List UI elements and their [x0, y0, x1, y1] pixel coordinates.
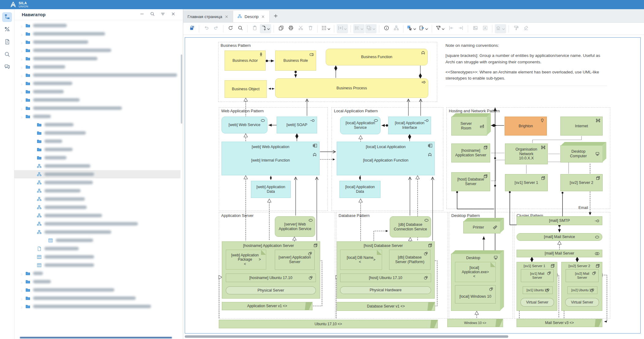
sv1-virtual-server[interactable]: Virtual Server — [521, 298, 554, 307]
database-server-v1[interactable]: Database Server v1 <> — [337, 302, 435, 311]
mag-button[interactable] — [236, 24, 245, 33]
hostname-ubuntu[interactable]: [hostname] Ubuntu 17.10 — [226, 274, 316, 282]
nav-tree-item[interactable] — [14, 178, 180, 187]
server-room[interactable]: Server Room — [451, 117, 487, 136]
nav-tree-item[interactable] — [14, 286, 180, 294]
nav-tree-item[interactable] — [14, 195, 180, 203]
local-application-exe[interactable]: [local] Application.exe <> — [455, 262, 496, 282]
business-process[interactable]: Business Process — [275, 78, 428, 98]
nav-tree-item[interactable] — [14, 88, 180, 96]
nav-tree-item[interactable] — [14, 54, 180, 63]
sv1-mail-server[interactable]: [sv1] Mail Server — [521, 269, 554, 282]
rail-document-info-button[interactable] — [2, 37, 12, 47]
business-object[interactable]: Business Object — [225, 80, 267, 98]
nav-tree-item[interactable] — [14, 63, 180, 71]
web-web-service[interactable]: [web] Web Service — [222, 117, 267, 133]
nav-tree-item[interactable] — [14, 294, 180, 302]
lock-button[interactable] — [187, 24, 196, 33]
nav-tree-item[interactable] — [14, 71, 180, 79]
nav-tree-item[interactable] — [14, 162, 180, 170]
rail-navigator-tree-button[interactable] — [2, 12, 12, 22]
db-database-server-platform[interactable]: [db] Database Server (Platform) — [389, 250, 430, 270]
nav-tree-item[interactable] — [14, 187, 180, 195]
nav-tree-item[interactable] — [14, 269, 180, 278]
nav-tree-item[interactable] — [14, 46, 180, 54]
local-application-service[interactable]: [local] Application Service — [340, 117, 381, 134]
business-function[interactable]: Business Function — [326, 49, 428, 65]
info-button[interactable] — [382, 24, 391, 33]
nav-tree-item[interactable] — [14, 211, 180, 220]
rail-search-button[interactable] — [2, 50, 12, 60]
sv2-server-2[interactable]: [sv2] Server 2 — [560, 174, 603, 191]
rail-shapes-palette-button[interactable] — [2, 25, 12, 35]
print-button[interactable] — [286, 24, 295, 33]
local-application-data[interactable]: [local] Application Data — [339, 181, 381, 198]
nav-tree-item[interactable] — [14, 79, 180, 88]
mail-server-v3[interactable]: Mail Server v3 <> — [517, 319, 602, 327]
nav-tree-item[interactable] — [14, 30, 180, 38]
web-soap[interactable]: [web] SOAP — [277, 117, 317, 133]
sv2-virtual-server[interactable]: Virtual Server — [565, 298, 599, 307]
copy-button[interactable] — [276, 24, 286, 33]
desktop-computer[interactable]: Desktop Computer — [560, 145, 603, 162]
organisation-network[interactable]: Organisation Network 10.0.X.X — [505, 143, 548, 164]
server-application-server[interactable]: [server] Application Server — [275, 250, 315, 270]
local-application[interactable]: [local] Local Application[local] Applica… — [337, 142, 435, 175]
hostname-application-server[interactable]: [hostname] Application Server — [451, 143, 490, 162]
nav-tree-item[interactable] — [14, 38, 180, 46]
newel-button[interactable] — [260, 24, 271, 33]
canvas-hscrollbar-thumb[interactable] — [185, 335, 508, 338]
local-db-name[interactable]: [local] DB Name <> — [340, 250, 382, 270]
nav-tree-item[interactable] — [14, 129, 180, 137]
navigator-scrollbar-thumb[interactable] — [181, 54, 182, 124]
nav-tree-item[interactable] — [14, 96, 180, 104]
printer[interactable]: Printer — [463, 221, 500, 233]
local-application-interface[interactable]: [local] Application Interface — [388, 117, 431, 134]
new-tab-button[interactable] — [270, 11, 282, 22]
sv2-mail-server[interactable]: [sv2] Mail Server — [566, 269, 599, 282]
tab-home[interactable]: Главная страница — [183, 11, 233, 22]
server-web-application-service[interactable]: [server] Web Application Service — [275, 216, 315, 237]
host-ubuntu[interactable]: [host] Ubuntu 17.10 — [340, 274, 431, 282]
ubuntu-os-bar[interactable]: Ubuntu 17.10 <> — [219, 320, 438, 328]
exportA-button[interactable] — [418, 24, 429, 33]
navigator-minimize-button[interactable] — [138, 11, 146, 18]
nav-tree-item[interactable] — [14, 145, 180, 154]
application-server-v1[interactable]: Application Server v1 <> — [222, 302, 313, 310]
funnelX-button[interactable] — [434, 24, 446, 33]
sv2-ubuntu[interactable]: [sv2] Ubuntu 17. — [567, 286, 597, 294]
web-application-data[interactable]: [web] Application Data — [251, 181, 291, 198]
business-role[interactable]: Business Role — [275, 50, 316, 71]
nav-tree-item[interactable] — [14, 203, 180, 211]
mail-smtp[interactable]: [mail] SMTP — [517, 216, 602, 225]
nav-tree-item[interactable] — [14, 236, 180, 244]
nav-tree-item[interactable] — [14, 220, 180, 228]
internet[interactable]: Internet — [560, 117, 603, 136]
tab-close-icon[interactable] — [261, 15, 265, 19]
navigator-filter-button[interactable] — [159, 11, 166, 18]
business-actor[interactable]: Business Actor — [225, 50, 266, 71]
nav-tree-item[interactable] — [14, 244, 180, 253]
host-database-server[interactable]: [host] Database Server — [451, 172, 490, 191]
nav-tree-item[interactable] — [14, 21, 180, 30]
grid9-button[interactable] — [320, 24, 331, 33]
tab-descrip[interactable]: Descrip — [233, 11, 270, 22]
navigator-search-button[interactable] — [149, 11, 156, 18]
db-database-connection-service[interactable]: [db] Database Connection Service — [390, 216, 431, 237]
sv1-ubuntu[interactable]: [sv1] Ubuntu 17. — [523, 286, 553, 294]
nav-tree-item[interactable] — [14, 170, 180, 178]
navigator-close-button[interactable] — [169, 11, 177, 18]
rail-comments-button[interactable] — [2, 62, 12, 72]
nav-tree-item[interactable] — [14, 104, 180, 112]
physical-hardware[interactable]: Physical Hardware — [340, 286, 431, 294]
nav-tree-item[interactable] — [14, 137, 180, 145]
nav-tree-item[interactable] — [14, 228, 180, 236]
nav-tree-item[interactable] — [14, 278, 180, 286]
web-application[interactable]: [web] Web Application[web] Internal Func… — [222, 142, 320, 175]
physical-server[interactable]: Physical Server — [226, 286, 316, 294]
windows-10-os-bar[interactable]: Windows 10 <> — [447, 319, 503, 327]
diagram-canvas[interactable]: Business PatternWeb Application PatternL… — [185, 37, 641, 333]
refresh-button[interactable] — [226, 24, 235, 33]
nav-tree-item[interactable] — [14, 302, 180, 311]
mail-mail-service[interactable]: [mail] Mail Service — [517, 233, 602, 241]
